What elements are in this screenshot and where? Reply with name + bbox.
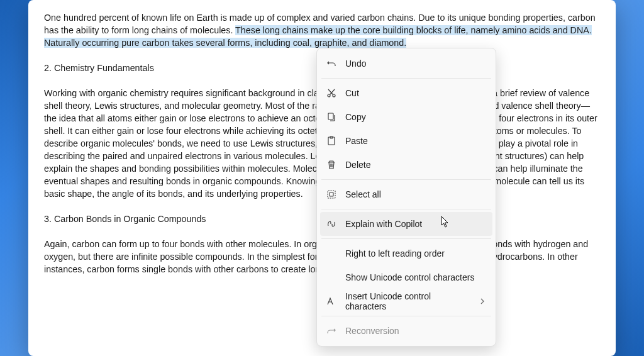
menu-separator bbox=[321, 238, 491, 239]
menu-explain-label: Explain with Copilot bbox=[345, 219, 486, 229]
menu-insert-unicode-label: Insert Unicode control characters bbox=[345, 291, 471, 311]
menu-reconversion: Reconversion bbox=[320, 319, 492, 343]
menu-delete-label: Delete bbox=[345, 160, 486, 170]
menu-show-unicode[interactable]: Show Unicode control characters bbox=[320, 265, 492, 289]
context-menu: Undo Cut Copy Paste bbox=[316, 48, 496, 347]
menu-rtl[interactable]: Right to left reading order bbox=[320, 242, 492, 265]
svg-rect-6 bbox=[330, 192, 333, 196]
menu-cut[interactable]: Cut bbox=[320, 81, 492, 105]
menu-separator bbox=[321, 209, 491, 209]
blank-icon bbox=[326, 272, 336, 282]
unicode-icon bbox=[326, 296, 336, 306]
menu-select-all[interactable]: Select all bbox=[320, 182, 492, 206]
blank-icon bbox=[326, 248, 336, 259]
menu-insert-unicode[interactable]: Insert Unicode control characters bbox=[320, 289, 492, 313]
mouse-cursor bbox=[441, 216, 450, 228]
menu-copy-label: Copy bbox=[345, 112, 486, 122]
cut-icon bbox=[326, 88, 336, 98]
select-all-icon bbox=[326, 189, 336, 199]
menu-undo-label: Undo bbox=[345, 58, 486, 69]
menu-undo[interactable]: Undo bbox=[320, 52, 492, 75]
svg-point-1 bbox=[333, 94, 335, 97]
paragraph-1[interactable]: One hundred percent of known life on Ear… bbox=[44, 11, 600, 49]
menu-delete[interactable]: Delete bbox=[320, 153, 492, 177]
undo-icon bbox=[326, 58, 336, 69]
paste-icon bbox=[326, 136, 336, 146]
menu-explain-copilot[interactable]: Explain with Copilot bbox=[320, 212, 492, 236]
reconversion-icon bbox=[326, 326, 336, 336]
menu-copy[interactable]: Copy bbox=[320, 105, 492, 129]
chevron-right-icon bbox=[480, 298, 486, 304]
menu-separator bbox=[321, 316, 491, 316]
svg-point-0 bbox=[328, 94, 330, 97]
menu-paste[interactable]: Paste bbox=[320, 129, 492, 153]
menu-select-all-label: Select all bbox=[345, 189, 486, 199]
menu-rtl-label: Right to left reading order bbox=[345, 248, 486, 259]
menu-separator bbox=[321, 179, 491, 180]
menu-paste-label: Paste bbox=[345, 136, 486, 146]
copy-icon bbox=[326, 112, 336, 122]
menu-reconversion-label: Reconversion bbox=[345, 326, 486, 336]
menu-show-unicode-label: Show Unicode control characters bbox=[345, 272, 486, 282]
menu-separator bbox=[321, 78, 491, 79]
copilot-icon bbox=[326, 219, 336, 229]
delete-icon bbox=[326, 160, 336, 170]
svg-rect-2 bbox=[328, 113, 333, 120]
menu-cut-label: Cut bbox=[345, 88, 486, 98]
svg-rect-5 bbox=[328, 191, 335, 198]
